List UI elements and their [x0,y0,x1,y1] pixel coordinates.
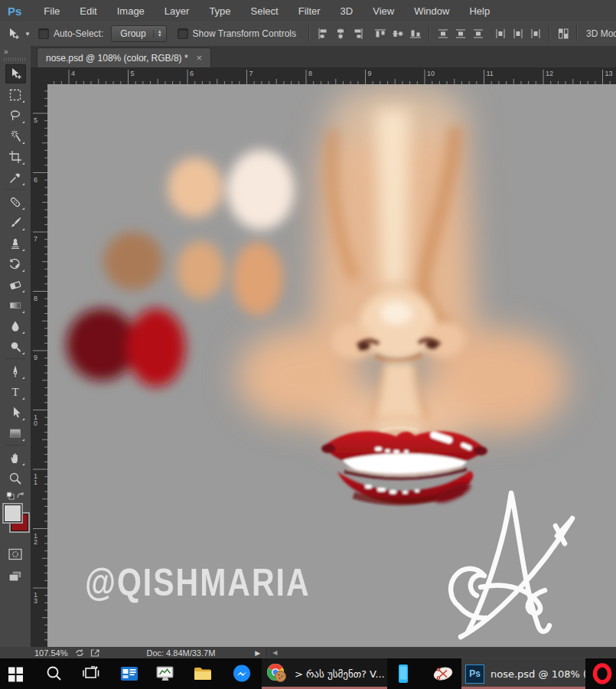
color-swatches [2,503,28,538]
auto-select-checkbox[interactable] [38,28,49,39]
toolbox: » T [0,46,31,647]
hand-tool[interactable] [5,448,26,467]
file-explorer-button[interactable] [190,658,216,689]
zoom-level-field[interactable]: 107.54% [34,648,67,658]
screen-mode-button[interactable] [5,566,26,585]
svg-text:9: 9 [368,70,372,77]
brush-tool[interactable] [5,213,26,232]
svg-text:T: T [11,386,18,398]
3d-mode-label: 3D Mode [586,28,616,39]
document-canvas[interactable]: @QISHMARIA [47,84,616,647]
tool-list: T [5,64,26,488]
auto-align-layers-button[interactable] [554,25,572,42]
rectangular-marquee-tool[interactable] [5,85,26,104]
move-tool[interactable] [5,64,26,83]
photoshop-task[interactable]: Psnose.psd @ 108% (... [461,658,585,689]
your-phone-button[interactable] [392,658,415,689]
toolbox-grip-icon[interactable] [4,57,27,61]
vertical-ruler[interactable]: 5678910111213 [31,84,48,647]
clone-stamp-tool[interactable] [5,233,26,253]
scroll-left-icon[interactable]: ◀ [272,649,277,656]
type-tool[interactable]: T [5,382,26,401]
rectangle-shape-tool[interactable] [5,423,26,442]
menu-3d[interactable]: 3D [331,1,363,21]
task-manager-button[interactable] [152,658,179,689]
svg-text:6: 6 [190,70,194,77]
svg-text:0: 0 [34,420,37,427]
quick-selection-tool[interactable] [5,126,26,145]
spot-healing-brush-tool[interactable] [5,192,26,211]
align-top-edges-button[interactable] [371,25,389,42]
menu-image[interactable]: Image [107,1,155,21]
menu-filter[interactable]: Filter [288,1,331,21]
eyedropper-tool[interactable] [5,168,26,187]
chrome-task-label: > რას უსმენთ? V... [295,668,385,680]
menu-bar: Ps FileEditImageLayerTypeSelectFilter3DV… [0,0,616,22]
menu-layer[interactable]: Layer [155,1,200,21]
status-popup-arrow-icon[interactable]: ▶ [255,649,260,657]
task-view-button[interactable] [80,658,103,689]
path-selection-tool[interactable] [5,403,26,422]
align-left-edges-button[interactable] [314,25,331,42]
quick-mask-button[interactable] [5,544,26,563]
default-and-swap-colors[interactable] [5,491,25,501]
distribute-right-edges-button[interactable] [526,25,544,42]
distribute-vertical-centers-button[interactable] [451,25,469,42]
menu-window[interactable]: Window [404,1,459,21]
messenger-button[interactable] [228,658,256,689]
start-button[interactable] [5,658,28,689]
control-panel-button[interactable] [116,658,142,689]
search-button[interactable] [43,658,66,689]
align-bottom-edges-button[interactable] [406,25,424,42]
file-explorer-icon [192,665,213,683]
menu-help[interactable]: Help [459,1,500,21]
eraser-tool[interactable] [5,275,26,294]
separator [576,25,577,42]
horizontal-scrollbar[interactable]: ◀ [270,648,616,658]
foreground-color-swatch[interactable] [4,505,21,522]
distribute-bottom-edges-button[interactable] [469,25,487,42]
zoom-tool[interactable] [5,469,26,488]
history-brush-tool[interactable] [5,254,26,273]
lasso-tool[interactable] [5,106,26,125]
crop-tool[interactable] [5,147,26,166]
collapse-panel-icon[interactable]: » [4,47,8,56]
horizontal-ruler[interactable]: 45678910111213 [47,67,616,85]
snipping-tool-button[interactable] [429,658,458,689]
task-manager-icon [155,664,176,684]
current-tool-button[interactable]: ▼ [6,27,31,41]
sync-icon[interactable] [73,648,86,658]
watermark-text: @QISHMARIA [85,561,311,605]
align-right-edges-button[interactable] [349,25,367,42]
opera-button[interactable] [589,658,615,689]
menu-edit[interactable]: Edit [70,1,106,21]
pen-tool[interactable] [5,361,26,380]
close-icon[interactable]: × [197,53,203,63]
photoshop-app-icon: Ps [465,665,484,684]
separator [266,648,267,658]
svg-text:7: 7 [249,70,253,77]
svg-text:13: 13 [605,70,613,77]
stepper-arrows-icon: ▲▼ [153,30,162,38]
distribute-horizontal-centers-button[interactable] [509,25,526,42]
svg-text:1: 1 [34,478,37,486]
align-vertical-centers-button[interactable] [389,25,406,42]
menu-type[interactable]: Type [199,1,240,21]
document-tab[interactable]: nose.psd @ 108% (color, RGB/8) * × [37,47,211,67]
menu-file[interactable]: File [34,1,70,21]
show-transform-checkbox[interactable] [178,28,188,39]
control-panel-icon [119,664,139,684]
blur-tool[interactable] [5,316,26,335]
options-bar: ▼ Auto-Select: Group ▲▼ Show Transform C… [0,21,616,47]
distribute-top-edges-button[interactable] [434,25,451,42]
menu-view[interactable]: View [363,1,404,21]
align-horizontal-centers-button[interactable] [331,25,349,42]
distribute-left-edges-button[interactable] [491,25,509,42]
auto-select-group-dropdown[interactable]: Group ▲▼ [111,25,166,42]
chrome-task[interactable]: > რას უსმენთ? V... [262,658,387,689]
gradient-tool[interactable] [5,296,26,315]
svg-text:8: 8 [308,70,312,77]
dodge-tool[interactable] [5,337,26,356]
menu-select[interactable]: Select [241,1,288,21]
share-icon[interactable] [89,648,101,658]
